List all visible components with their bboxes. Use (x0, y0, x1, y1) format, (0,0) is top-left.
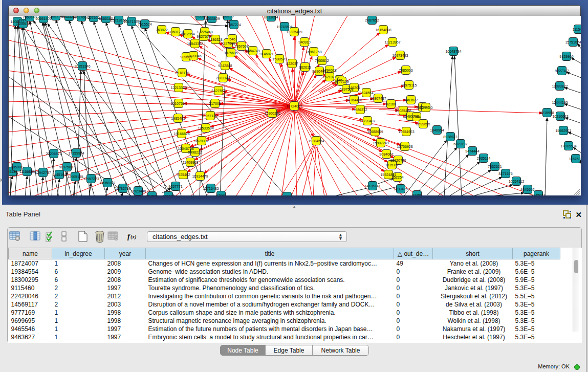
svg-text:15751074: 15751074 (565, 40, 581, 44)
svg-text:18724007: 18724007 (286, 104, 302, 108)
svg-text:14136141: 14136141 (364, 184, 380, 188)
svg-text:7955812: 7955812 (315, 59, 329, 62)
svg-text:15692971: 15692971 (555, 129, 571, 133)
svg-text:90975887: 90975887 (59, 165, 75, 169)
svg-text:15907249: 15907249 (373, 141, 388, 145)
svg-text:9084067: 9084067 (379, 152, 393, 156)
svg-text:2803144: 2803144 (216, 76, 230, 80)
svg-text:10958107: 10958107 (99, 181, 115, 185)
svg-text:15900235: 15900235 (264, 112, 280, 115)
svg-text:1640954: 1640954 (430, 128, 444, 132)
svg-text:15716485: 15716485 (203, 187, 219, 190)
svg-text:9242848: 9242848 (218, 64, 232, 68)
svg-text:9115460: 9115460 (419, 106, 433, 110)
svg-text:2087652: 2087652 (365, 18, 379, 22)
svg-text:8813054: 8813054 (264, 16, 278, 19)
svg-text:8454749: 8454749 (246, 49, 259, 53)
svg-text:2069140: 2069140 (23, 16, 36, 19)
svg-text:39139: 39139 (9, 170, 17, 173)
svg-text:8699695: 8699695 (416, 122, 430, 126)
svg-text:19654923: 19654923 (398, 130, 414, 134)
svg-text:1733426: 1733426 (394, 187, 407, 191)
svg-text:5498222: 5498222 (188, 150, 202, 154)
svg-text:252254: 252254 (391, 176, 403, 179)
svg-text:15720407: 15720407 (359, 119, 375, 123)
svg-text:16033809: 16033809 (204, 17, 220, 20)
svg-text:940910: 940910 (298, 40, 310, 44)
svg-text:16120746: 16120746 (390, 159, 406, 162)
svg-text:822037: 822037 (286, 62, 298, 65)
svg-text:7986372: 7986372 (353, 108, 367, 112)
svg-text:3875685: 3875685 (224, 51, 237, 55)
svg-text:17016504: 17016504 (560, 144, 576, 148)
svg-text:2935114: 2935114 (477, 157, 491, 160)
svg-text:9327508: 9327508 (221, 41, 235, 45)
svg-text:1615112: 1615112 (385, 163, 399, 167)
svg-text:19218506: 19218506 (276, 25, 292, 29)
svg-text:546: 546 (229, 37, 235, 41)
svg-text:1527602: 1527602 (74, 16, 88, 19)
svg-text:111548: 111548 (573, 28, 581, 31)
svg-text:16543382: 16543382 (187, 42, 203, 46)
svg-text:924501: 924501 (146, 194, 158, 196)
svg-text:22420046: 22420046 (185, 54, 201, 58)
svg-text:8186328: 8186328 (208, 38, 222, 41)
svg-text:3624554: 3624554 (359, 91, 373, 95)
svg-text:2867608: 2867608 (234, 45, 248, 48)
svg-text:763822: 763822 (156, 28, 167, 32)
svg-text:7625402: 7625402 (176, 173, 190, 177)
svg-text:6879197: 6879197 (453, 142, 467, 146)
svg-text:7485063: 7485063 (399, 69, 412, 72)
svg-text:9463627: 9463627 (404, 98, 418, 102)
svg-text:10107554: 10107554 (170, 102, 186, 105)
svg-text:10688609: 10688609 (367, 130, 383, 134)
svg-text:20206576: 20206576 (46, 152, 61, 156)
svg-text:7632621: 7632621 (488, 165, 502, 168)
svg-text:9474444: 9474444 (465, 149, 479, 153)
svg-text:527602: 527602 (88, 16, 99, 19)
svg-text:20353346: 20353346 (74, 64, 90, 68)
svg-text:120627: 120627 (281, 195, 293, 196)
svg-text:17359924: 17359924 (68, 151, 84, 155)
svg-text:962615: 962615 (299, 65, 311, 69)
svg-text:746206: 746206 (348, 86, 360, 90)
svg-text:188130: 188130 (222, 16, 233, 18)
svg-text:9245652: 9245652 (520, 188, 534, 191)
svg-text:12975115: 12975115 (401, 83, 417, 87)
svg-text:11156889: 11156889 (19, 170, 35, 173)
svg-text:8267130: 8267130 (203, 114, 217, 118)
svg-text:12213369: 12213369 (170, 86, 186, 90)
svg-text:16914479: 16914479 (192, 174, 208, 178)
svg-text:87961: 87961 (216, 194, 226, 196)
svg-text:9777109: 9777109 (335, 80, 349, 83)
svg-text:2718170: 2718170 (175, 71, 189, 75)
svg-text:12444195: 12444195 (552, 101, 568, 104)
svg-text:10807487: 10807487 (370, 97, 386, 100)
svg-text:16782759: 16782759 (115, 187, 130, 190)
svg-text:16671355: 16671355 (123, 20, 139, 24)
svg-text:9129966: 9129966 (559, 55, 573, 58)
svg-text:11409948: 11409948 (183, 161, 199, 164)
svg-text:7964: 7964 (412, 115, 421, 119)
svg-text:6794028: 6794028 (322, 69, 336, 72)
svg-text:7515524: 7515524 (138, 23, 151, 26)
svg-text:62160: 62160 (386, 102, 396, 106)
svg-text:16961758: 16961758 (306, 50, 321, 54)
svg-text:9227342: 9227342 (555, 69, 569, 73)
svg-text:17957223: 17957223 (83, 177, 99, 181)
svg-text:10046738: 10046738 (178, 147, 193, 150)
svg-text:16648784: 16648784 (445, 50, 461, 53)
svg-text:19166825: 19166825 (173, 132, 189, 136)
svg-text:1621072: 1621072 (322, 75, 336, 79)
svg-text:9245012: 9245012 (531, 193, 545, 196)
svg-text:10654112: 10654112 (509, 180, 525, 183)
svg-text:20364436: 20364436 (346, 98, 362, 102)
svg-text:8678332: 8678332 (194, 139, 208, 143)
svg-text:1167533: 1167533 (569, 157, 581, 161)
svg-text:217006: 217006 (209, 102, 221, 105)
svg-text:1405578: 1405578 (16, 22, 30, 26)
svg-text:1588520: 1588520 (272, 57, 286, 61)
svg-text:10025438: 10025438 (395, 109, 411, 113)
svg-text:10756928: 10756928 (397, 145, 412, 148)
svg-text:16210643: 16210643 (552, 115, 568, 118)
